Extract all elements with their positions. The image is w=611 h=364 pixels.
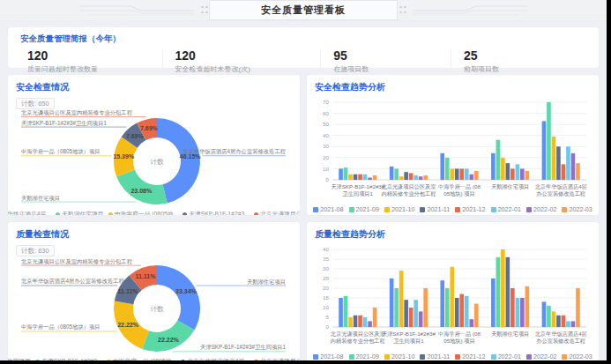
summary-stats: 120 质量问题超时整改数量 120 安全检查超时未整改(次) 95 在施项目数… <box>20 49 586 74</box>
stat-value: 95 <box>333 49 451 63</box>
svg-text:北京光谦项目公区及室: 北京光谦项目公区及室 <box>331 331 385 338</box>
legend-item[interactable]: 2022-01 <box>491 353 521 360</box>
header-left-decoration <box>79 3 209 19</box>
svg-text:中海学府一品（0805地块）项目: 中海学府一品（0805地块）项目 <box>21 148 101 155</box>
legend-item[interactable]: 天津SKP-B1F-1#2#3... <box>183 210 250 216</box>
svg-text:北京年华饭店酒店4层办公室装修改造工程: 北京年华饭店酒店4层办公室装修改造工程 <box>21 278 125 285</box>
svg-text:天鹅湖住宅项目: 天鹅湖住宅项目 <box>21 195 60 202</box>
dashboard-title: 安全质量管理看板 <box>209 0 398 20</box>
panel-quality-inspection: 质量检查情况 计数: 630 天鹅湖住宅项目天津SKP-B1F-1#2#3#卫生… <box>7 221 301 360</box>
panel-quality-trend: 质量检查趋势分析 0510152025303540北京光谦项目公区及室内精装修专… <box>306 221 600 360</box>
dot-grid-left-icon <box>199 4 209 17</box>
svg-text:卫生间项目1: 卫生间项目1 <box>393 338 424 345</box>
svg-text:10: 10 <box>323 304 329 310</box>
svg-text:15.39%: 15.39% <box>113 153 135 160</box>
quality-trend-bar-chart[interactable]: 0510152025303540北京光谦项目公区及室内精装修专业分包工程天津SK… <box>315 244 591 360</box>
svg-text:40: 40 <box>323 246 329 252</box>
chart-grid: 安全检查情况 计数: 650 北京年华饭店酒店4层办公室装修改造工程天鹅湖住宅项… <box>7 74 600 360</box>
legend-item[interactable]: 2021-11 <box>420 353 450 360</box>
svg-text:天津SKP-B1F-1#2#3#卫生间项目1: 天津SKP-B1F-1#2#3#卫生间项目1 <box>200 344 286 351</box>
legend-item[interactable]: 2022-02 <box>526 205 556 213</box>
svg-text:30: 30 <box>323 143 329 149</box>
panel-safety-trend: 安全检查趋势分析 010203040506070天津SKP-B1F-1#2#3#… <box>306 74 600 216</box>
legend-item[interactable]: 2022-03 <box>562 205 592 213</box>
top-header-bar: 安全质量管理看板 <box>0 0 607 21</box>
legend-item[interactable]: 2021-08 <box>313 353 343 360</box>
legend-item[interactable]: 2021-11 <box>420 205 450 213</box>
stat-label: 安全检查超时未整改(次) <box>175 64 321 74</box>
stat-value: 25 <box>464 49 586 63</box>
dashboard-screen: 安全质量管理看板 安全质量管理简报（今年） 120 质量问题超时整改数量 120… <box>0 0 607 360</box>
svg-text:23.08%: 23.08% <box>130 188 153 194</box>
summary-title: 安全质量管理简报（今年） <box>20 33 586 45</box>
legend-item[interactable]: 2021-09 <box>349 353 379 360</box>
svg-text:35: 35 <box>323 256 329 262</box>
svg-text:33.34%: 33.34% <box>175 288 197 294</box>
legend-item[interactable]: 2022-01 <box>491 205 521 213</box>
svg-text:北京光谦项目公区及室内精装修专业分包工程: 北京光谦项目公区及室内精装修专业分包工程 <box>21 109 133 116</box>
donut-svg: 天鹅湖住宅项目天津SKP-B1F-1#2#3#卫生间项目1中海学府一品（0805… <box>16 256 291 356</box>
legend-item[interactable]: 北京光谦项目公区及部... <box>254 357 301 360</box>
stat-value: 120 <box>27 49 162 63</box>
svg-text:天鹅湖住宅项目: 天鹅湖住宅项目 <box>247 279 286 286</box>
legend-item[interactable]: 2021-08 <box>313 205 343 213</box>
safety-trend-bar-chart[interactable]: 010203040506070天津SKP-B1F-1#2#3#卫生间项目1北京光… <box>315 97 591 213</box>
svg-text:30: 30 <box>323 265 329 271</box>
svg-text:天津SKP-B1F-1#2#3#: 天津SKP-B1F-1#2#3# <box>331 183 384 190</box>
circuit-lines-right-icon <box>413 3 527 19</box>
svg-text:20: 20 <box>323 154 329 160</box>
legend-item[interactable]: 天鹅湖住宅项目 <box>7 357 31 360</box>
legend-item[interactable]: 2021-09 <box>349 205 379 213</box>
svg-text:北京光谦项目公区及室: 北京光谦项目公区及室 <box>381 183 436 190</box>
legend-item[interactable]: 2021-10 <box>384 353 414 360</box>
svg-text:办公室装修改造工程: 办公室装修改造工程 <box>536 338 585 345</box>
svg-text:22.22%: 22.22% <box>158 337 180 343</box>
svg-text:卫生间项目1: 卫生间项目1 <box>343 190 374 197</box>
circuit-lines-left-icon <box>79 3 194 19</box>
legend-item[interactable]: 2021-12 <box>455 353 485 360</box>
legend-item[interactable]: 天津SKP-B1F-1#2#3... <box>35 357 102 360</box>
stat-value: 120 <box>175 49 321 63</box>
svg-text:计数: 计数 <box>151 305 165 313</box>
donut-svg: 北京年华饭店酒店4层办公室装修改造工程天鹅湖住宅项目中海学府一品（0805地块）… <box>16 109 291 209</box>
svg-text:天鹅湖住宅项目: 天鹅湖住宅项目 <box>491 331 529 338</box>
stat-quality-overdue: 120 质量问题超时整改数量 <box>20 49 162 74</box>
pie-legend: 天鹅湖住宅项目天津SKP-B1F-1#2#3...中海学府一品 (0805地..… <box>16 357 292 360</box>
bar-legend: 2021-082021-092021-102021-112021-122022-… <box>315 205 591 213</box>
svg-text:天津SKP-B1F-1#2#3#: 天津SKP-B1F-1#2#3# <box>382 331 436 338</box>
panel-safety-inspection: 安全检查情况 计数: 650 北京年华饭店酒店4层办公室装修改造工程天鹅湖住宅项… <box>7 74 301 216</box>
legend-item[interactable]: 中海学府一品 (0805地... <box>107 357 177 360</box>
count-tag: 计数: 650 <box>16 98 55 109</box>
legend-item[interactable]: 2022-03 <box>562 353 592 360</box>
panel-title: 安全检查趋势分析 <box>315 81 591 93</box>
legend-item[interactable]: 北京光谦项目公区及部... <box>254 210 301 216</box>
stat-active-projects: 95 在施项目数 <box>320 49 451 74</box>
svg-text:北京光谦项目公区及室内精装修专业分包工程: 北京光谦项目公区及室内精装修专业分包工程 <box>21 258 133 265</box>
svg-text:办公室装修改造工程: 办公室装修改造工程 <box>536 190 585 197</box>
safety-inspection-donut-chart[interactable]: 北京年华饭店酒店4层办公室装修改造工程天鹅湖住宅项目中海学府一品（0805地块）… <box>16 109 292 216</box>
svg-text:中海学府一品（0805地块）项目: 中海学府一品（0805地块）项目 <box>21 323 101 331</box>
stat-label: 质量问题超时整改数量 <box>27 64 162 74</box>
svg-text:7.69%: 7.69% <box>140 125 159 131</box>
legend-item[interactable]: 北京年华饭店酒店4层... <box>181 357 250 360</box>
pie-legend: 北京年华饭店酒店4层...天鹅湖住宅项目中海学府一品 (0805地...天津SK… <box>16 210 292 216</box>
svg-text:11.11%: 11.11% <box>136 273 157 279</box>
legend-item[interactable]: 2021-12 <box>455 205 485 213</box>
svg-text:11.11%: 11.11% <box>118 288 139 294</box>
svg-text:70: 70 <box>323 99 329 105</box>
bar-svg: 010203040506070天津SKP-B1F-1#2#3#卫生间项目1北京光… <box>315 97 590 204</box>
count-tag: 计数: 630 <box>16 245 55 256</box>
legend-item[interactable]: 2021-10 <box>384 205 414 213</box>
svg-text:40: 40 <box>323 132 329 138</box>
legend-item[interactable]: 天鹅湖住宅项目 <box>56 210 104 216</box>
legend-item[interactable]: 2022-02 <box>526 353 556 360</box>
legend-item[interactable]: 中海学府一品 (0805地... <box>108 210 179 216</box>
stat-label: 在施项目数 <box>333 64 451 74</box>
header-right-decoration <box>398 3 527 19</box>
svg-text:10: 10 <box>323 166 329 172</box>
legend-item[interactable]: 北京年华饭店酒店4层... <box>7 210 51 216</box>
svg-text:46.15%: 46.15% <box>180 153 202 160</box>
quality-inspection-donut-chart[interactable]: 天鹅湖住宅项目天津SKP-B1F-1#2#3#卫生间项目1中海学府一品（0805… <box>16 256 292 360</box>
svg-text:05地块) 项目: 05地块) 项目 <box>443 190 474 197</box>
svg-text:内精装修专业分包工程: 内精装修专业分包工程 <box>381 190 436 197</box>
